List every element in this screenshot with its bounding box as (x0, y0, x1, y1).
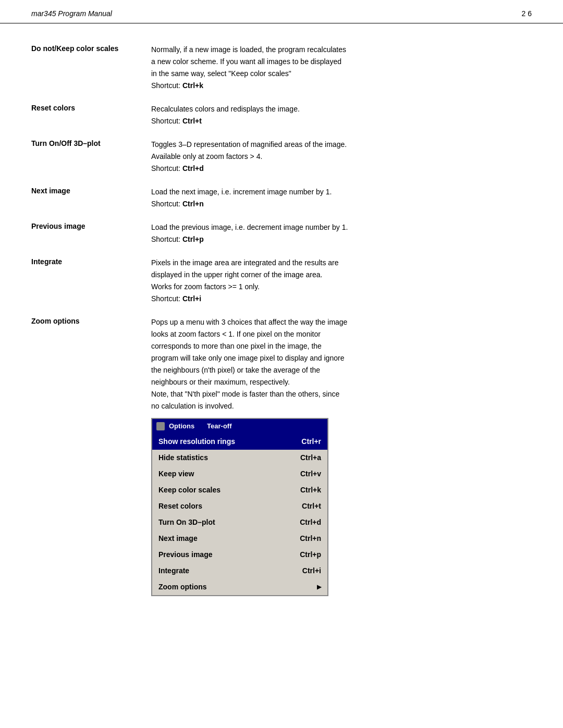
menu-item-shortcut: Ctrl+k (300, 485, 321, 496)
term-cell: Next image (31, 187, 151, 222)
content-area: Do not/Keep color scalesNormally, if a n… (0, 23, 563, 628)
desc-line: Normally, if a new image is loaded, the … (151, 44, 532, 55)
shortcut-key: Ctrl+p (182, 235, 204, 243)
menu-item-shortcut: Ctrl+d (300, 517, 321, 528)
desc-line: Recalculates colors and redisplays the i… (151, 104, 532, 115)
menu-item-shortcut: Ctrl+p (300, 549, 321, 560)
desc-line: corresponds to more than one pixel in th… (151, 341, 532, 352)
term-cell: Previous image (31, 222, 151, 257)
entry-table: Do not/Keep color scalesNormally, if a n… (31, 44, 532, 608)
menu-item-shortcut: Ctrl+i (302, 565, 321, 576)
menu-popup: OptionsTear-offShow resolution ringsCtrl… (151, 418, 328, 596)
menu-item-shortcut: Ctrl+a (300, 452, 321, 463)
desc-line: no calculation is involved. (151, 401, 532, 412)
desc-line: in the same way, select "Keep color scal… (151, 68, 532, 79)
page-number: 2 6 (522, 9, 532, 18)
desc-cell: Recalculates colors and redisplays the i… (151, 104, 532, 139)
term-cell: Integrate (31, 257, 151, 317)
desc-cell: Pops up a menu with 3 choices that affec… (151, 317, 532, 608)
shortcut-line: Shortcut: Ctrl+p (151, 234, 532, 245)
menu-item[interactable]: IntegrateCtrl+i (152, 563, 327, 579)
shortcut-key: Ctrl+t (182, 117, 202, 125)
desc-cell: Normally, if a new image is loaded, the … (151, 44, 532, 104)
menu-title-options[interactable]: Options (169, 421, 194, 431)
menu-title-tearoff[interactable]: Tear-off (207, 421, 231, 431)
menu-item[interactable]: Keep viewCtrl+v (152, 466, 327, 482)
page-header: mar345 Program Manual 2 6 (0, 0, 563, 23)
menu-item-label: Turn On 3D–plot (158, 517, 215, 528)
menu-item[interactable]: Next imageCtrl+n (152, 530, 327, 547)
shortcut-key: Ctrl+k (182, 81, 203, 90)
menu-title-bar: OptionsTear-off (152, 419, 327, 434)
menu-item[interactable]: Show resolution ringsCtrl+r (152, 434, 327, 450)
desc-line: Load the next image, i.e. increment imag… (151, 187, 532, 198)
desc-cell: Pixels in the image area are integrated … (151, 257, 532, 317)
shortcut-key: Ctrl+d (182, 164, 204, 172)
desc-line: Available only at zoom factors > 4. (151, 151, 532, 162)
term-cell: Do not/Keep color scales (31, 44, 151, 104)
desc-line: Pops up a menu with 3 choices that affec… (151, 317, 532, 328)
menu-item[interactable]: Zoom options▶ (152, 579, 327, 595)
shortcut-line: Shortcut: Ctrl+i (151, 293, 532, 304)
menu-item[interactable]: Hide statisticsCtrl+a (152, 450, 327, 466)
menu-item-shortcut: Ctrl+t (302, 501, 321, 512)
term-cell: Reset colors (31, 104, 151, 139)
desc-line: Works for zoom factors >= 1 only. (151, 281, 532, 292)
shortcut-line: Shortcut: Ctrl+t (151, 116, 532, 127)
table-row: IntegratePixels in the image area are in… (31, 257, 532, 317)
menu-item-label: Integrate (158, 565, 189, 576)
shortcut-line: Shortcut: Ctrl+n (151, 199, 532, 209)
menu-item[interactable]: Turn On 3D–plotCtrl+d (152, 514, 327, 530)
term-cell: Zoom options (31, 317, 151, 608)
menu-item-label: Reset colors (158, 501, 202, 512)
menu-app-icon (156, 422, 165, 430)
table-row: Turn On/Off 3D–plotToggles 3–D represent… (31, 139, 532, 187)
desc-line: neighbours or their maximum, respectivel… (151, 377, 532, 388)
menu-item-shortcut: Ctrl+v (300, 468, 321, 479)
desc-line: Load the previous image, i.e. decrement … (151, 222, 532, 233)
term-cell: Turn On/Off 3D–plot (31, 139, 151, 187)
desc-cell: Load the next image, i.e. increment imag… (151, 187, 532, 222)
table-row: Reset colorsRecalculates colors and redi… (31, 104, 532, 139)
desc-line: Toggles 3–D representation of magnified … (151, 139, 532, 150)
menu-item-shortcut: Ctrl+n (300, 533, 321, 544)
menu-item-label: Zoom options (158, 582, 207, 593)
menu-item-label: Previous image (158, 549, 213, 560)
table-row: Next imageLoad the next image, i.e. incr… (31, 187, 532, 222)
desc-line: displayed in the upper right corner of t… (151, 269, 532, 280)
menu-item[interactable]: Keep color scalesCtrl+k (152, 482, 327, 498)
desc-cell: Load the previous image, i.e. decrement … (151, 222, 532, 257)
menu-item-label: Hide statistics (158, 452, 208, 463)
header-title: mar345 Program Manual (31, 9, 112, 18)
menu-item[interactable]: Reset colorsCtrl+t (152, 498, 327, 514)
menu-item-shortcut: Ctrl+r (301, 436, 321, 447)
shortcut-key: Ctrl+n (182, 200, 204, 208)
shortcut-line: Shortcut: Ctrl+d (151, 163, 532, 174)
table-row: Do not/Keep color scalesNormally, if a n… (31, 44, 532, 104)
desc-line: a new color scheme. If you want all imag… (151, 56, 532, 67)
menu-item-label: Show resolution rings (158, 436, 235, 447)
submenu-arrow-icon: ▶ (317, 583, 321, 591)
menu-item[interactable]: Previous imageCtrl+p (152, 547, 327, 563)
shortcut-line: Shortcut: Ctrl+k (151, 80, 532, 91)
shortcut-key: Ctrl+i (182, 294, 201, 303)
menu-item-label: Next image (158, 533, 198, 544)
desc-line: program will take only one image pixel t… (151, 353, 532, 364)
table-row: Zoom optionsPops up a menu with 3 choice… (31, 317, 532, 608)
desc-line: looks at zoom factors < 1. If one pixel … (151, 329, 532, 340)
menu-popup-wrapper: OptionsTear-offShow resolution ringsCtrl… (151, 418, 328, 596)
table-row: Previous imageLoad the previous image, i… (31, 222, 532, 257)
desc-line: Pixels in the image area are integrated … (151, 257, 532, 268)
page-container: mar345 Program Manual 2 6 Do not/Keep co… (0, 0, 563, 728)
desc-cell: Toggles 3–D representation of magnified … (151, 139, 532, 187)
menu-item-label: Keep color scales (158, 485, 221, 496)
menu-item-label: Keep view (158, 468, 194, 479)
desc-line: the neighbours (n'th pixel) or take the … (151, 365, 532, 376)
desc-line: Note, that "N'th pixel" mode is faster t… (151, 389, 532, 400)
